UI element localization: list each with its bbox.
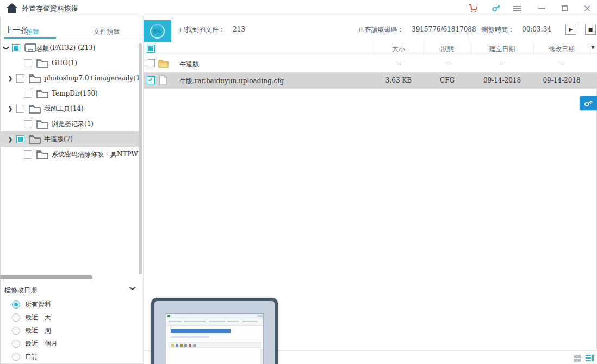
filter-option-all[interactable]: 所有資料 bbox=[12, 298, 51, 311]
folder-icon bbox=[36, 120, 48, 129]
file-size: -- bbox=[374, 60, 424, 67]
radio-selected[interactable] bbox=[12, 300, 20, 309]
scan-status-bar: 6% 已找到的文件： 213 正在讀取磁區： 3915776/61817088 … bbox=[144, 16, 597, 43]
tree-item-label: 浏览器记录(1) bbox=[52, 120, 94, 129]
chevron-down-icon[interactable]: ❯ bbox=[129, 286, 136, 291]
tree-item-photoshop[interactable]: ❯ photoshop7.0+imageready(15) bbox=[0, 71, 139, 86]
filter-option-last-day[interactable]: 最近一天 bbox=[12, 311, 51, 324]
chevron-right-icon[interactable]: ❯ bbox=[7, 136, 14, 142]
stop-scan-button[interactable]: ■ bbox=[585, 24, 596, 35]
progress-ring: 6% bbox=[150, 24, 165, 39]
tree-horizontal-scrollbar[interactable] bbox=[0, 275, 92, 279]
chevron-right-icon[interactable]: ❯ bbox=[7, 76, 14, 81]
folder-icon bbox=[36, 150, 48, 159]
folder-icon bbox=[29, 74, 41, 83]
column-header-modified[interactable]: 修改日期 bbox=[533, 45, 590, 54]
filter-option-last-week[interactable]: 最近一周 bbox=[12, 324, 51, 337]
key-icon bbox=[583, 98, 594, 108]
close-button[interactable]: × bbox=[582, 3, 593, 14]
home-icon[interactable] bbox=[5, 3, 18, 14]
tree-checkbox[interactable] bbox=[24, 120, 32, 128]
column-header-status[interactable]: 狀態 bbox=[424, 45, 471, 54]
files-found-value: 213 bbox=[233, 26, 245, 33]
file-modified-date: -- bbox=[533, 60, 590, 67]
sort-icon[interactable]: ▼ bbox=[591, 45, 595, 50]
tree-checkbox[interactable] bbox=[24, 59, 32, 67]
tree-item-my-tools[interactable]: ❯ 我的工具(14) bbox=[0, 101, 139, 116]
radio[interactable] bbox=[12, 313, 20, 322]
select-all-checkbox[interactable] bbox=[147, 45, 155, 53]
folder-icon bbox=[29, 135, 41, 144]
files-found-label: 已找到的文件： bbox=[179, 25, 225, 34]
column-divider bbox=[590, 42, 590, 55]
tree-item-label: 系统密码清除修改工具NTPWEdit bbox=[52, 150, 139, 159]
radio[interactable] bbox=[12, 327, 20, 335]
radio-label: 自訂 bbox=[25, 352, 38, 361]
thumbnail-desktop bbox=[154, 301, 275, 364]
tree-item-niubi-selected[interactable]: ❯ 牛逼版(7) bbox=[0, 131, 139, 147]
table-row-selected[interactable]: 牛版.rar.baiduyun.uploading.cfg 3.63 KB CF… bbox=[144, 72, 597, 89]
maximize-button[interactable] bbox=[559, 3, 570, 14]
row-checkbox[interactable] bbox=[147, 76, 155, 84]
file-status: -- bbox=[424, 60, 471, 67]
column-header-name[interactable]: 名稱 bbox=[36, 45, 49, 54]
progress-percent: 6% bbox=[153, 29, 161, 34]
cart-icon[interactable] bbox=[468, 3, 478, 14]
drive-icon bbox=[24, 43, 36, 53]
column-header-created[interactable]: 建立日期 bbox=[471, 45, 533, 54]
column-header-size[interactable]: 大小 bbox=[374, 45, 424, 54]
tree-item-drive-h[interactable]: ❯ H: (FAT32) (213) bbox=[0, 40, 139, 55]
time-remaining-label: 剩餘時間： bbox=[482, 25, 514, 34]
radio[interactable] bbox=[12, 353, 20, 361]
tree-item-ntpwedit[interactable]: 系统密码清除修改工具NTPWEdit bbox=[0, 147, 139, 162]
tree-vertical-scrollbar[interactable] bbox=[139, 43, 142, 274]
tree-checkbox[interactable] bbox=[24, 90, 32, 98]
folder-tree: ❯ H: (FAT32) (213) GHO(1) ❯ photoshop7.0… bbox=[0, 40, 139, 162]
thumbnail-logo-dot bbox=[167, 315, 170, 317]
filter-title: 檔修改日期 bbox=[4, 286, 37, 295]
table-row[interactable]: 牛逼版 -- -- -- -- bbox=[144, 55, 597, 72]
radio[interactable] bbox=[12, 340, 20, 348]
tree-checkbox[interactable] bbox=[16, 74, 24, 83]
progress-indicator: 6% bbox=[144, 20, 171, 42]
previous-image-button[interactable]: 上一张 bbox=[5, 26, 28, 35]
folder-icon bbox=[36, 59, 48, 68]
recover-key-button[interactable] bbox=[580, 96, 597, 110]
tree-item-gho[interactable]: GHO(1) bbox=[0, 55, 139, 71]
menu-icon[interactable] bbox=[513, 3, 524, 14]
filter-option-last-month[interactable]: 最近一個月 bbox=[12, 337, 58, 350]
thumbnail-window bbox=[166, 313, 264, 364]
reading-sector-label: 正在讀取磁區： bbox=[358, 25, 404, 34]
radio-label: 最近一個月 bbox=[25, 339, 58, 348]
chevron-down-icon[interactable]: ❯ bbox=[3, 44, 9, 52]
tree-item-tempdir[interactable]: TempDir(150) bbox=[0, 86, 139, 101]
minimize-button[interactable] bbox=[536, 3, 547, 14]
tree-checkbox[interactable] bbox=[12, 44, 20, 52]
chevron-right-icon[interactable]: ❯ bbox=[7, 106, 14, 112]
reading-sector-value: 3915776/61817088 bbox=[412, 26, 476, 33]
tree-checkbox[interactable] bbox=[24, 150, 32, 159]
tree-item-browser-history[interactable]: 浏览器记录(1) bbox=[0, 116, 139, 131]
list-view-icon[interactable] bbox=[586, 355, 594, 362]
preview-thumbnail[interactable] bbox=[151, 298, 278, 364]
grid-view-icon[interactable] bbox=[574, 355, 581, 362]
column-divider bbox=[424, 42, 424, 55]
play-icon: ▶ bbox=[569, 27, 573, 32]
file-status: CFG bbox=[424, 77, 471, 84]
file-size: 3.63 KB bbox=[374, 77, 424, 84]
tree-item-label: TempDir(150) bbox=[52, 90, 98, 97]
folder-icon bbox=[158, 58, 169, 68]
resume-scan-button[interactable]: ▶ bbox=[565, 24, 576, 35]
radio-label: 所有資料 bbox=[25, 300, 51, 309]
tree-checkbox[interactable] bbox=[16, 135, 24, 143]
row-checkbox[interactable] bbox=[147, 59, 155, 67]
key-icon[interactable] bbox=[490, 3, 501, 14]
filter-option-custom[interactable]: 自訂 bbox=[12, 350, 38, 363]
tab-preview[interactable]: 預覽 bbox=[26, 27, 39, 36]
tree-checkbox[interactable] bbox=[16, 105, 24, 113]
file-name: 牛逼版 bbox=[179, 60, 199, 69]
file-created-date: -- bbox=[471, 60, 533, 67]
tab-file-preview[interactable]: 文件預覽 bbox=[94, 27, 120, 36]
stop-icon: ■ bbox=[588, 27, 593, 32]
column-divider bbox=[471, 42, 471, 55]
